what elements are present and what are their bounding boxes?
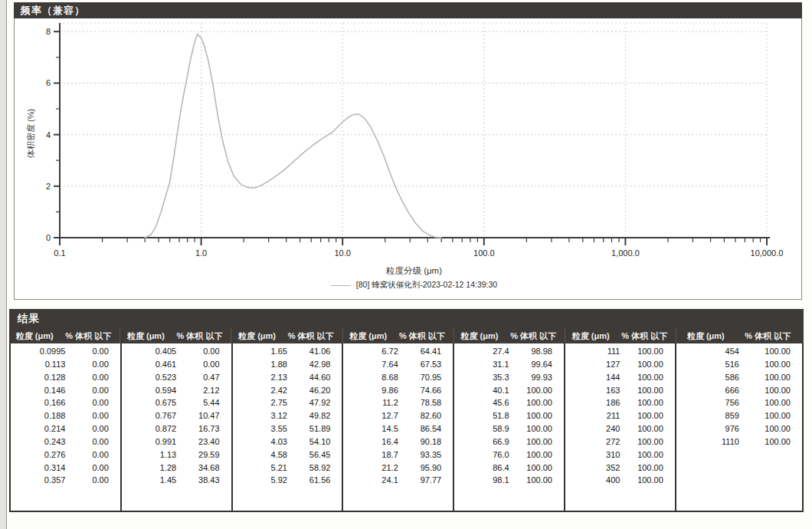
result-group-header: 粒度 (μm)% 体积 以下	[231, 328, 342, 343]
cell-percent: 100.00	[620, 449, 674, 462]
cell-size: 24.1	[343, 474, 398, 487]
cell-percent: 34.68	[176, 462, 231, 475]
table-row: 1.8842.98	[233, 358, 342, 371]
cell-percent: 0.00	[65, 462, 120, 475]
cell-percent: 2.12	[176, 384, 231, 397]
cell-percent: 23.40	[176, 435, 231, 449]
size-column-header: 粒度 (μm)	[343, 330, 394, 342]
cell-size: 976	[676, 422, 739, 435]
cell-percent: 10.47	[176, 409, 231, 422]
cell-size: 11.2	[343, 396, 398, 409]
cell-size: 2.75	[233, 396, 287, 409]
table-row: 310100.00	[565, 449, 675, 462]
cell-percent: 0.00	[65, 384, 120, 397]
cell-size: 400	[565, 474, 620, 487]
table-row: 240100.00	[565, 422, 675, 435]
cell-percent: 100.00	[739, 435, 802, 449]
y-tick-label: 6	[46, 78, 51, 87]
table-row: 127100.00	[565, 358, 675, 371]
cell-percent: 49.82	[287, 409, 342, 422]
cell-size: 0.166	[11, 396, 65, 409]
table-row: 3.1249.82	[233, 409, 342, 422]
percent-column-header: % 体积 以下	[505, 330, 565, 342]
cell-percent: 100.00	[509, 474, 564, 487]
cell-size: 1.28	[122, 462, 176, 475]
cell-size: 0.276	[11, 449, 65, 462]
percent-column-header: % 体积 以下	[60, 330, 120, 342]
cell-percent: 0.47	[176, 371, 231, 384]
cell-percent: 82.60	[398, 409, 453, 422]
cell-size: 0.991	[122, 435, 176, 449]
result-group-header: 粒度 (μm)% 体积 以下	[9, 328, 120, 343]
cell-percent: 0.00	[65, 409, 120, 422]
cell-percent: 100.00	[620, 396, 674, 409]
cell-size: 0.357	[11, 474, 65, 487]
table-row: 144100.00	[565, 371, 675, 384]
cell-size: 45.6	[454, 396, 509, 409]
cell-percent: 100.00	[509, 409, 564, 422]
cell-percent: 0.00	[65, 449, 120, 462]
cell-percent: 16.73	[176, 422, 231, 435]
result-group-header: 粒度 (μm)% 体积 以下	[676, 328, 804, 343]
cell-percent: 100.00	[509, 422, 564, 435]
table-row: 756100.00	[676, 396, 802, 409]
cell-size: 111	[565, 345, 620, 358]
size-column-header: 粒度 (μm)	[565, 330, 616, 342]
table-row: 0.99123.40	[122, 435, 231, 449]
cell-size: 0.188	[11, 409, 65, 422]
table-row: 12.782.60	[343, 409, 453, 422]
cell-percent: 100.00	[739, 358, 802, 371]
table-row: 586100.00	[676, 371, 802, 384]
cell-size: 0.461	[122, 358, 176, 371]
table-row: 58.9100.00	[454, 422, 564, 435]
result-group-header: 粒度 (μm)% 体积 以下	[342, 328, 453, 343]
y-tick-label: 0	[46, 233, 51, 242]
cell-size: 0.314	[11, 462, 65, 475]
cell-size: 31.1	[454, 358, 509, 371]
table-row: 21.295.90	[343, 462, 453, 475]
table-row: 0.3570.00	[11, 474, 120, 487]
cell-percent: 100.00	[739, 384, 802, 397]
cell-percent: 100.00	[739, 409, 802, 422]
cell-size: 2.42	[233, 384, 287, 397]
table-row: 11.278.58	[343, 396, 453, 409]
table-row: 0.6755.44	[122, 396, 231, 409]
table-row: 16.490.18	[343, 435, 453, 449]
cell-percent: 74.66	[398, 384, 453, 397]
table-row: 4.0354.10	[233, 435, 342, 449]
table-row: 3.5551.89	[233, 422, 342, 435]
frequency-chart-panel: 0.11.010.0100.01,000.010,000.002468 体积密度…	[14, 18, 802, 300]
cell-percent: 100.00	[620, 462, 674, 475]
table-row: 31.199.64	[454, 358, 564, 371]
table-row: 7.6467.53	[343, 358, 453, 371]
results-header-band: 结果 粒度 (μm)% 体积 以下粒度 (μm)% 体积 以下粒度 (μm)% …	[9, 309, 804, 343]
cell-size: 21.2	[343, 462, 398, 475]
legend-series-label: [80] 蜂窝状催化剂-2023-02-12 14:39:30	[356, 280, 497, 291]
table-row: 211100.00	[565, 409, 675, 422]
frequency-chart: 0.11.010.0100.01,000.010,000.002468	[15, 18, 801, 298]
cell-size: 1.45	[122, 474, 176, 487]
table-row: 45.6100.00	[454, 396, 564, 409]
table-row: 1.1329.59	[122, 449, 231, 462]
table-row: 0.4050.00	[122, 345, 231, 358]
table-row: 0.2140.00	[11, 422, 120, 435]
cell-percent: 100.00	[509, 462, 564, 475]
cell-size: 0.0995	[11, 345, 65, 358]
table-row: 454100.00	[676, 345, 802, 358]
table-row: 0.2430.00	[11, 435, 120, 449]
chart-panel-titlebar: 频率（兼容）	[14, 2, 802, 18]
cell-size: 586	[676, 371, 739, 384]
percent-column-header: % 体积 以下	[283, 330, 342, 342]
cell-size: 144	[565, 371, 620, 384]
cell-percent: 42.98	[287, 358, 342, 371]
cell-percent: 0.00	[65, 358, 120, 371]
cell-percent: 99.64	[509, 358, 564, 371]
cell-size: 4.58	[233, 449, 287, 462]
results-title: 结果	[18, 312, 40, 326]
table-row: 0.3140.00	[11, 462, 120, 475]
cell-percent: 0.00	[65, 345, 120, 358]
table-row: 163100.00	[565, 384, 675, 397]
result-group-4: 6.7264.417.6467.538.6870.959.8674.6611.2…	[343, 343, 454, 511]
result-group-2: 0.4050.000.4610.000.5230.470.5942.120.67…	[122, 343, 233, 511]
x-tick-label: 100.0	[473, 248, 495, 258]
